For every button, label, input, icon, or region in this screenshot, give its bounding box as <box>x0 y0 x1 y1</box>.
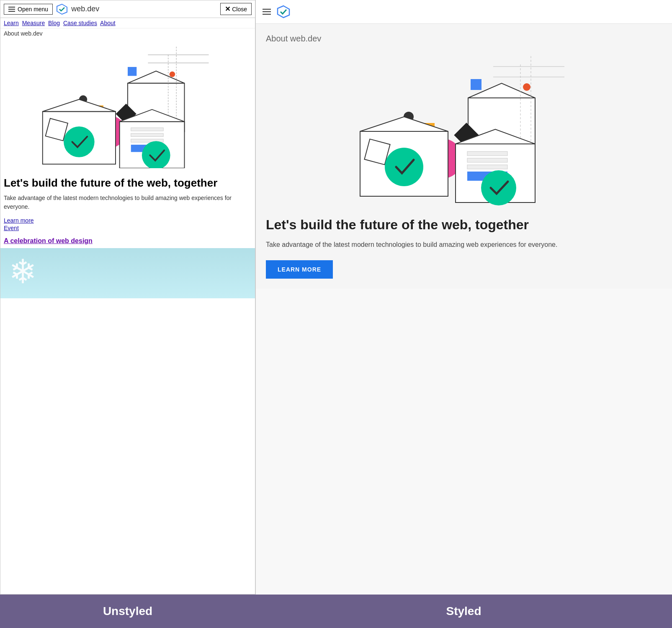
nav-link-blog[interactable]: Blog <box>48 20 60 26</box>
styled-heading: Let's build the future of the web, toget… <box>266 217 662 233</box>
nav-link-measure[interactable]: Measure <box>22 20 45 26</box>
unstyled-label-bar: Unstyled <box>0 595 255 628</box>
nav-link-learn[interactable]: Learn <box>4 20 19 26</box>
styled-body-text: Take advantage of the latest modern tech… <box>266 239 662 250</box>
unstyled-heading: Let's build the future of the web, toget… <box>0 172 255 192</box>
svg-marker-0 <box>57 4 67 14</box>
celebration-link[interactable]: A celebration of web design <box>4 237 93 244</box>
open-menu-label: Open menu <box>18 6 48 13</box>
hamburger-icon-styled[interactable] <box>263 9 271 15</box>
learn-more-link-unstyled[interactable]: Learn more <box>4 217 252 224</box>
styled-panel: About web.dev <box>255 0 672 595</box>
event-section-unstyled: A celebration of web design <box>0 234 255 248</box>
svg-rect-20 <box>131 128 163 131</box>
snowflake-preview <box>0 248 255 298</box>
site-title: web.dev <box>71 5 99 13</box>
svg-rect-37 <box>471 79 481 90</box>
unstyled-label: Unstyled <box>103 605 152 618</box>
nav-link-case-studies[interactable]: Case studies <box>63 20 97 26</box>
hamburger-icon <box>8 7 15 12</box>
styled-illustration <box>266 52 662 207</box>
top-bar-left: Open menu web.dev <box>4 3 99 15</box>
svg-point-24 <box>142 141 170 168</box>
learn-more-button[interactable]: LEARN MORE <box>266 260 333 279</box>
svg-point-13 <box>170 72 175 77</box>
styled-about-label: About web.dev <box>266 34 662 44</box>
close-x-icon: ✕ <box>225 5 230 13</box>
styled-top-bar <box>256 0 672 24</box>
svg-marker-15 <box>43 99 116 111</box>
unstyled-body-text: Take advantage of the latest modern tech… <box>0 192 255 215</box>
svg-rect-45 <box>467 151 507 156</box>
webdev-logo-styled <box>277 5 290 18</box>
svg-point-17 <box>64 126 95 157</box>
styled-label-bar: Styled <box>255 595 672 628</box>
event-link-unstyled-small[interactable]: Event <box>4 225 252 231</box>
unstyled-panel: Open menu web.dev ✕ Close Learn Measure … <box>0 0 255 595</box>
svg-rect-47 <box>467 165 507 169</box>
unstyled-about-label: About web.dev <box>0 28 255 38</box>
close-label: Close <box>232 6 247 13</box>
svg-point-42 <box>385 148 423 186</box>
nav-links: Learn Measure Blog Case studies About <box>0 18 255 28</box>
unstyled-top-bar: Open menu web.dev ✕ Close <box>0 0 255 18</box>
bottom-labels: Unstyled Styled <box>0 595 672 628</box>
webdev-logo-icon <box>56 3 68 15</box>
open-menu-button[interactable]: Open menu <box>4 4 53 15</box>
svg-marker-40 <box>360 117 448 131</box>
styled-content: About web.dev <box>256 24 672 289</box>
svg-marker-25 <box>278 6 289 18</box>
svg-rect-21 <box>131 133 163 137</box>
styled-label: Styled <box>446 605 481 618</box>
unstyled-illustration <box>0 38 255 172</box>
svg-rect-46 <box>467 158 507 162</box>
unstyled-links: Learn more Event <box>0 215 255 234</box>
svg-point-49 <box>481 170 516 205</box>
svg-rect-12 <box>128 67 136 76</box>
svg-point-38 <box>523 83 530 91</box>
nav-link-about[interactable]: About <box>100 20 116 26</box>
close-button[interactable]: ✕ Close <box>220 3 252 15</box>
